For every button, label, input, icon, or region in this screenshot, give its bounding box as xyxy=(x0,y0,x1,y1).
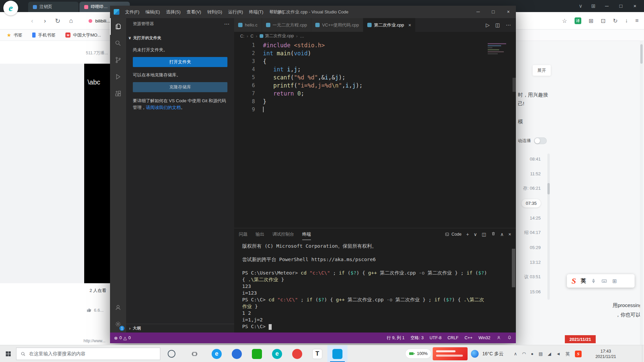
playlist-item[interactable]: 11:52 xyxy=(516,166,551,181)
taskbar-vscode-icon[interactable] xyxy=(327,345,347,362)
terminal-shell-select[interactable]: Code xyxy=(445,232,462,237)
task-view-icon[interactable] xyxy=(186,345,203,362)
maximize-panel-icon[interactable]: ∧ xyxy=(500,232,504,237)
tab-list-icon[interactable]: ∨ xyxy=(574,3,587,9)
ime-toolbox-icon[interactable]: ⊞ xyxy=(612,278,616,284)
translate-icon[interactable]: 译 xyxy=(575,17,581,24)
language-mode[interactable]: C++ xyxy=(465,336,473,340)
eol-sequence[interactable]: CRLF xyxy=(447,336,459,340)
playlist-item[interactable]: 07:35 xyxy=(516,196,551,210)
build-target[interactable]: Win32 xyxy=(479,336,490,340)
bookmark-item[interactable]: 手机书签 xyxy=(32,32,55,38)
menu-item[interactable]: 编辑(E) xyxy=(143,6,163,18)
browser-maximize-button[interactable]: □ xyxy=(614,0,628,12)
editor-tab[interactable]: 第二次作业.cpp× xyxy=(363,18,416,32)
account-icon[interactable] xyxy=(110,299,126,316)
terminal[interactable]: 版权所有 (C) Microsoft Corporation。保留所有权利。尝试… xyxy=(234,240,516,333)
playlist-item[interactable]: 13:12 xyxy=(516,255,551,269)
show-desktop-button[interactable] xyxy=(642,345,644,362)
menu-icon[interactable]: ≡ xyxy=(635,17,639,24)
menu-item[interactable]: 转到(G) xyxy=(204,6,225,18)
video-player[interactable]: \abc xyxy=(84,64,110,283)
tray-expand-icon[interactable]: ∧ xyxy=(514,351,517,356)
feedback-icon[interactable] xyxy=(496,335,501,341)
taskbar-clock[interactable]: 17:43 2021/11/21 xyxy=(590,345,622,362)
playlist-item[interactable]: 15:06 xyxy=(516,284,551,299)
breadcrumb-item[interactable]: C xyxy=(251,34,254,39)
run-debug-icon[interactable] xyxy=(110,68,126,85)
tray-notes-icon[interactable]: ▤ xyxy=(539,351,543,356)
notifications-bell-icon[interactable] xyxy=(507,335,512,341)
menu-item[interactable]: 查看(V) xyxy=(183,6,204,18)
close-panel-icon[interactable]: × xyxy=(508,232,511,237)
extensions-icon[interactable] xyxy=(110,85,126,102)
cortana-icon[interactable] xyxy=(168,350,175,358)
browser-close-button[interactable]: × xyxy=(628,0,642,12)
ime-mode-indicator[interactable]: 英 xyxy=(581,278,586,285)
terminal-scrollbar[interactable] xyxy=(512,249,515,287)
editor-tab[interactable]: hello.c xyxy=(234,18,262,32)
taskbar-red-app-icon[interactable] xyxy=(287,345,307,362)
browser-logo-icon[interactable]: e xyxy=(3,1,18,15)
new-terminal-icon[interactable]: + xyxy=(466,232,469,237)
menu-item[interactable]: 选择(S) xyxy=(163,6,183,18)
playlist-item[interactable]: 议 03:51 xyxy=(516,269,551,284)
network-icon[interactable]: ◢ xyxy=(548,351,551,356)
keyboard-icon[interactable] xyxy=(601,278,607,284)
split-terminal-icon[interactable]: ◫ xyxy=(482,232,486,237)
minimize-button[interactable]: ─ xyxy=(471,6,486,18)
panel-tab[interactable]: 问题 xyxy=(239,228,248,240)
download-icon[interactable]: ↓ xyxy=(625,17,628,24)
autoplay-toggle[interactable] xyxy=(534,137,547,144)
start-button[interactable] xyxy=(0,345,16,362)
section-no-folder[interactable]: ∨ 无打开的文件夹 xyxy=(126,34,234,42)
terminal-dropdown-icon[interactable]: ∨ xyxy=(474,232,477,237)
forward-icon[interactable]: › xyxy=(40,12,50,29)
run-file-icon[interactable]: ▷ xyxy=(486,22,490,28)
ime-toolbar[interactable]: S 英 ⊞ xyxy=(567,274,635,288)
minimap[interactable] xyxy=(488,42,511,55)
screenshot-icon[interactable]: ⊡ xyxy=(601,17,605,24)
history-icon[interactable]: ↻ xyxy=(613,17,618,24)
battery-indicator[interactable]: 100% xyxy=(405,349,431,359)
bookmark-item[interactable]: ★书签 xyxy=(7,32,22,38)
sogou-tray-icon[interactable]: S xyxy=(575,351,582,357)
playlist-scrollbar[interactable] xyxy=(547,154,550,300)
input-lang-indicator[interactable]: 英 xyxy=(566,351,570,357)
taskbar-blue-app-icon[interactable] xyxy=(227,345,247,362)
tray-app-icon[interactable] xyxy=(471,350,479,358)
taskbar-typora-icon[interactable]: T xyxy=(307,345,327,362)
volume-icon[interactable]: ◄ xyxy=(556,351,560,356)
browser-minimize-button[interactable]: ─ xyxy=(600,0,614,12)
breadcrumb-item[interactable]: 第二次作业.cpp xyxy=(260,33,294,39)
browser-tab[interactable]: 注销页 xyxy=(28,2,78,12)
address-bar[interactable]: bilibili... xyxy=(95,12,110,29)
tray-dot-icon[interactable]: ● xyxy=(531,351,534,356)
kill-terminal-icon[interactable] xyxy=(491,231,496,237)
refresh-icon[interactable]: ↻ xyxy=(53,12,62,29)
code-editor[interactable]: 1#include <stdio.h>2int main(void)3{4 in… xyxy=(234,40,516,228)
notification-banner[interactable] xyxy=(433,347,468,360)
editor-scrollbar[interactable] xyxy=(513,78,516,92)
source-control-icon[interactable] xyxy=(110,52,126,68)
sogou-logo-icon[interactable]: S xyxy=(572,277,576,286)
more-actions-icon[interactable]: ⋯ xyxy=(506,22,511,28)
favorite-star-icon[interactable]: ☆ xyxy=(562,17,567,24)
bookmark-item[interactable]: M中国大学MO... xyxy=(65,32,101,38)
git-doc-link[interactable]: 请阅读我们的文档 xyxy=(146,105,181,110)
cursor-position[interactable]: 行 9, 列 1 xyxy=(387,335,405,341)
expand-button[interactable]: 展开 xyxy=(533,65,551,76)
split-editor-icon[interactable]: ◫ xyxy=(495,22,500,28)
playlist-item[interactable]: 14:25 xyxy=(516,210,551,225)
close-button[interactable]: × xyxy=(501,6,516,18)
settings-gear-icon[interactable]: 1 xyxy=(110,316,126,333)
menu-item[interactable]: 运行(R) xyxy=(225,6,246,18)
close-tab-icon[interactable]: × xyxy=(409,22,411,28)
open-folder-button[interactable]: 打开文件夹 xyxy=(133,57,227,67)
microphone-icon[interactable] xyxy=(591,278,596,284)
taskbar-edge-icon[interactable]: e xyxy=(207,345,227,362)
home-icon[interactable]: ⌂ xyxy=(66,12,76,29)
weather-indicator[interactable]: 16°C 多云 xyxy=(482,345,503,362)
vscode-titlebar[interactable]: 文件(F)编辑(E)选择(S)查看(V)转到(G)运行(R)终端(T)帮助(H)… xyxy=(110,6,516,18)
playlist-item[interactable]: 绍 04:17 xyxy=(516,225,551,240)
